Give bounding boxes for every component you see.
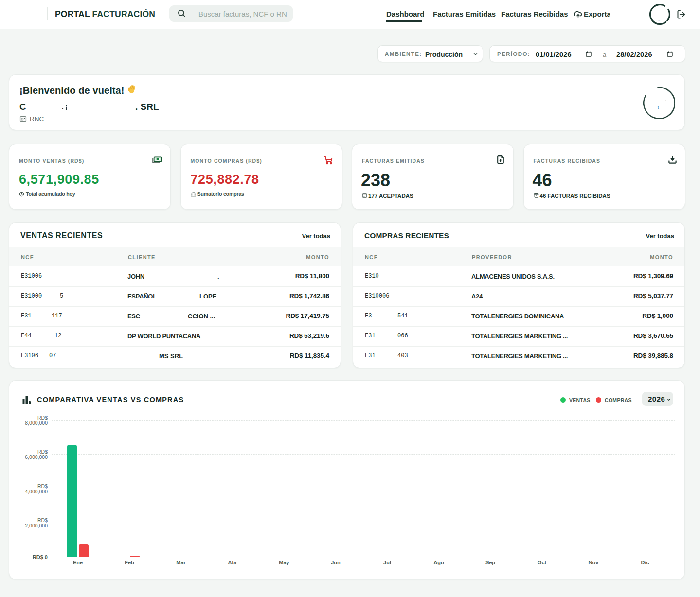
svg-text:t: t [658, 105, 659, 110]
svg-text:': ' [665, 99, 666, 103]
svg-text:,..: ,.. [658, 18, 660, 21]
